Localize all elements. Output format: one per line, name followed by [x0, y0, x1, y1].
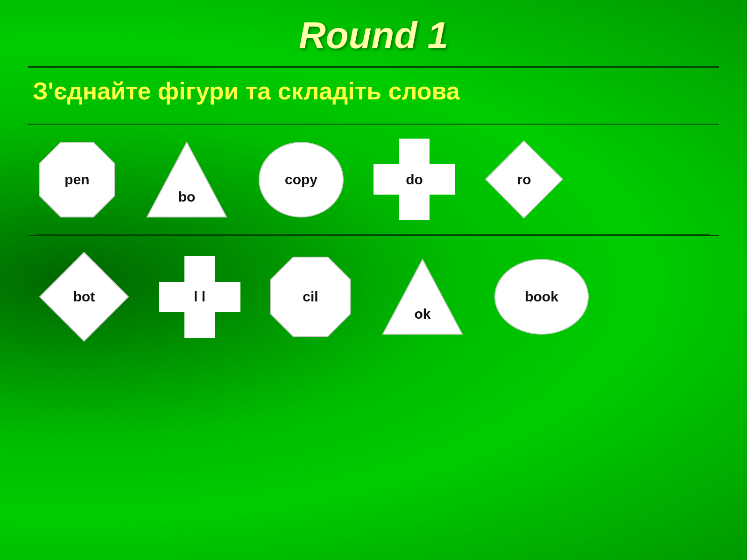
shape-diamond-ro: ro — [483, 139, 565, 220]
svg-marker-6 — [40, 252, 128, 341]
svg-point-2 — [259, 142, 343, 217]
svg-marker-9 — [271, 257, 350, 336]
shape-ellipse-book: book — [493, 257, 591, 336]
page-wrapper: Round 1 З'єднайте фігури та складіть сло… — [0, 0, 747, 560]
shapes-section: pen bo copy — [28, 124, 719, 357]
shape-cross-do: do — [374, 139, 455, 220]
svg-marker-5 — [486, 141, 563, 218]
shape-triangle-bo: bo — [145, 140, 229, 219]
shape-octagon-pen: pen — [37, 140, 117, 219]
svg-rect-8 — [159, 282, 240, 312]
svg-marker-0 — [40, 142, 114, 217]
page-title: Round 1 — [28, 14, 719, 57]
svg-marker-1 — [147, 142, 226, 217]
divider-1 — [28, 66, 719, 68]
shapes-row-2: bot l l cil — [28, 235, 719, 357]
svg-rect-4 — [374, 164, 455, 195]
svg-marker-10 — [383, 259, 462, 334]
shape-ellipse-copy: copy — [257, 140, 345, 219]
svg-point-11 — [495, 259, 588, 334]
shape-cross-ll: l l — [159, 256, 240, 338]
shape-octagon-cil: cil — [268, 255, 352, 339]
shape-triangle-ok: ok — [381, 257, 465, 336]
shapes-row-1: pen bo copy — [28, 124, 719, 234]
subtitle: З'єднайте фігури та складіть слова — [28, 77, 719, 105]
shape-diamond-bot: bot — [37, 250, 131, 343]
